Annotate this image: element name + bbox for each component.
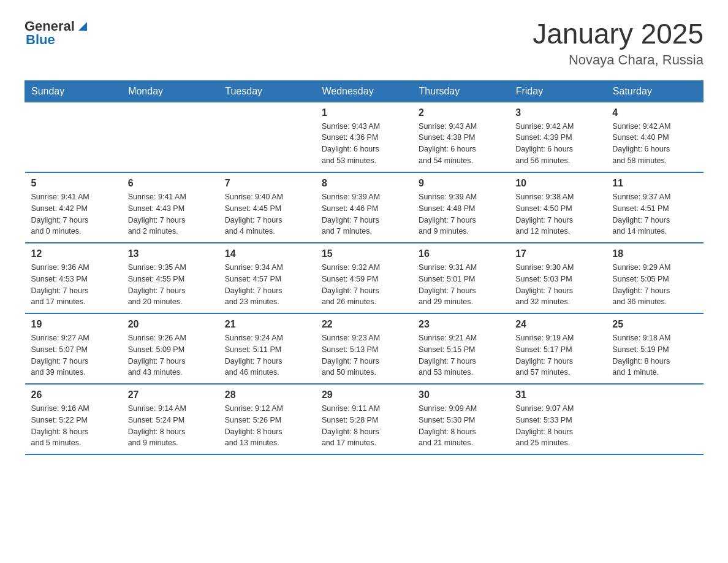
calendar-day-15: 15Sunrise: 9:32 AMSunset: 4:59 PMDayligh… [316,243,412,313]
calendar-week-row: 1Sunrise: 9:43 AMSunset: 4:36 PMDaylight… [25,102,703,172]
day-info: Sunrise: 9:14 AMSunset: 5:24 PMDaylight:… [128,403,213,449]
calendar-day-25: 25Sunrise: 9:18 AMSunset: 5:19 PMDayligh… [606,313,703,384]
day-info: Sunrise: 9:16 AMSunset: 5:22 PMDaylight:… [31,403,116,449]
day-info: Sunrise: 9:30 AMSunset: 5:03 PMDaylight:… [515,262,600,308]
calendar-day-28: 28Sunrise: 9:12 AMSunset: 5:26 PMDayligh… [219,384,316,454]
day-info: Sunrise: 9:39 AMSunset: 4:46 PMDaylight:… [322,191,406,237]
calendar-day-13: 13Sunrise: 9:35 AMSunset: 4:55 PMDayligh… [122,243,219,313]
day-number: 28 [225,389,309,400]
day-number: 14 [225,248,309,259]
calendar-week-row: 26Sunrise: 9:16 AMSunset: 5:22 PMDayligh… [25,384,703,454]
weekday-header-saturday: Saturday [606,80,703,102]
location-subtitle: Novaya Chara, Russia [533,52,703,68]
calendar-day-31: 31Sunrise: 9:07 AMSunset: 5:33 PMDayligh… [509,384,606,454]
logo-triangle-icon [76,20,89,33]
calendar-week-row: 12Sunrise: 9:36 AMSunset: 4:53 PMDayligh… [25,243,703,313]
day-number: 3 [515,107,600,118]
calendar-day-7: 7Sunrise: 9:40 AMSunset: 4:45 PMDaylight… [219,172,316,243]
calendar-empty-cell [219,102,316,172]
calendar-day-29: 29Sunrise: 9:11 AMSunset: 5:28 PMDayligh… [316,384,412,454]
calendar-day-27: 27Sunrise: 9:14 AMSunset: 5:24 PMDayligh… [122,384,219,454]
day-info: Sunrise: 9:42 AMSunset: 4:39 PMDaylight:… [515,121,600,167]
day-number: 26 [31,389,116,400]
day-info: Sunrise: 9:39 AMSunset: 4:48 PMDaylight:… [419,191,503,237]
day-info: Sunrise: 9:31 AMSunset: 5:01 PMDaylight:… [419,262,503,308]
day-number: 21 [225,319,309,330]
day-info: Sunrise: 9:32 AMSunset: 4:59 PMDaylight:… [322,262,406,308]
day-info: Sunrise: 9:12 AMSunset: 5:26 PMDaylight:… [225,403,309,449]
calendar-day-26: 26Sunrise: 9:16 AMSunset: 5:22 PMDayligh… [25,384,122,454]
day-number: 16 [419,248,503,259]
svg-marker-0 [78,22,87,31]
day-number: 9 [419,178,503,189]
weekday-header-tuesday: Tuesday [219,80,316,102]
calendar-day-10: 10Sunrise: 9:38 AMSunset: 4:50 PMDayligh… [509,172,606,243]
month-year-title: January 2025 [533,18,703,50]
weekday-header-wednesday: Wednesday [316,80,412,102]
day-number: 12 [31,248,116,259]
day-number: 4 [612,107,697,118]
day-info: Sunrise: 9:36 AMSunset: 4:53 PMDaylight:… [31,262,116,308]
calendar-day-21: 21Sunrise: 9:24 AMSunset: 5:11 PMDayligh… [219,313,316,384]
day-info: Sunrise: 9:41 AMSunset: 4:42 PMDaylight:… [31,191,116,237]
calendar-day-23: 23Sunrise: 9:21 AMSunset: 5:15 PMDayligh… [412,313,509,384]
calendar-day-30: 30Sunrise: 9:09 AMSunset: 5:30 PMDayligh… [412,384,509,454]
calendar-empty-cell [122,102,219,172]
logo-blue-text: Blue [26,32,55,48]
weekday-header-monday: Monday [122,80,219,102]
day-number: 17 [515,248,600,259]
day-number: 5 [31,178,116,189]
calendar-empty-cell [606,384,703,454]
calendar-day-16: 16Sunrise: 9:31 AMSunset: 5:01 PMDayligh… [412,243,509,313]
day-info: Sunrise: 9:37 AMSunset: 4:51 PMDaylight:… [612,191,697,237]
calendar-week-row: 19Sunrise: 9:27 AMSunset: 5:07 PMDayligh… [25,313,703,384]
day-number: 10 [515,178,600,189]
calendar-day-8: 8Sunrise: 9:39 AMSunset: 4:46 PMDaylight… [316,172,412,243]
calendar-day-12: 12Sunrise: 9:36 AMSunset: 4:53 PMDayligh… [25,243,122,313]
weekday-header-row: SundayMondayTuesdayWednesdayThursdayFrid… [25,80,703,102]
day-number: 29 [322,389,406,400]
day-number: 1 [322,107,406,118]
day-number: 2 [419,107,503,118]
day-info: Sunrise: 9:29 AMSunset: 5:05 PMDaylight:… [612,262,697,308]
logo: General Blue [25,18,89,48]
day-info: Sunrise: 9:43 AMSunset: 4:36 PMDaylight:… [322,121,406,167]
weekday-header-thursday: Thursday [412,80,509,102]
day-number: 27 [128,389,213,400]
calendar-week-row: 5Sunrise: 9:41 AMSunset: 4:42 PMDaylight… [25,172,703,243]
calendar-day-1: 1Sunrise: 9:43 AMSunset: 4:36 PMDaylight… [316,102,412,172]
day-number: 6 [128,178,213,189]
day-info: Sunrise: 9:11 AMSunset: 5:28 PMDaylight:… [322,403,406,449]
calendar-day-14: 14Sunrise: 9:34 AMSunset: 4:57 PMDayligh… [219,243,316,313]
calendar-day-3: 3Sunrise: 9:42 AMSunset: 4:39 PMDaylight… [509,102,606,172]
day-number: 25 [612,319,697,330]
calendar-day-24: 24Sunrise: 9:19 AMSunset: 5:17 PMDayligh… [509,313,606,384]
day-number: 24 [515,319,600,330]
calendar-day-5: 5Sunrise: 9:41 AMSunset: 4:42 PMDaylight… [25,172,122,243]
day-number: 23 [419,319,503,330]
day-number: 30 [419,389,503,400]
day-info: Sunrise: 9:26 AMSunset: 5:09 PMDaylight:… [128,332,213,378]
day-number: 19 [31,319,116,330]
calendar-day-11: 11Sunrise: 9:37 AMSunset: 4:51 PMDayligh… [606,172,703,243]
day-info: Sunrise: 9:09 AMSunset: 5:30 PMDaylight:… [419,403,503,449]
calendar-day-18: 18Sunrise: 9:29 AMSunset: 5:05 PMDayligh… [606,243,703,313]
day-number: 7 [225,178,309,189]
day-number: 15 [322,248,406,259]
calendar-day-22: 22Sunrise: 9:23 AMSunset: 5:13 PMDayligh… [316,313,412,384]
day-info: Sunrise: 9:41 AMSunset: 4:43 PMDaylight:… [128,191,213,237]
calendar-day-19: 19Sunrise: 9:27 AMSunset: 5:07 PMDayligh… [25,313,122,384]
calendar-day-2: 2Sunrise: 9:43 AMSunset: 4:38 PMDaylight… [412,102,509,172]
day-info: Sunrise: 9:38 AMSunset: 4:50 PMDaylight:… [515,191,600,237]
day-number: 13 [128,248,213,259]
day-info: Sunrise: 9:43 AMSunset: 4:38 PMDaylight:… [419,121,503,167]
day-number: 11 [612,178,697,189]
day-info: Sunrise: 9:35 AMSunset: 4:55 PMDaylight:… [128,262,213,308]
weekday-header-friday: Friday [509,80,606,102]
title-block: January 2025 Novaya Chara, Russia [533,18,703,68]
calendar-day-4: 4Sunrise: 9:42 AMSunset: 4:40 PMDaylight… [606,102,703,172]
day-info: Sunrise: 9:07 AMSunset: 5:33 PMDaylight:… [515,403,600,449]
calendar-empty-cell [25,102,122,172]
day-info: Sunrise: 9:19 AMSunset: 5:17 PMDaylight:… [515,332,600,378]
day-info: Sunrise: 9:40 AMSunset: 4:45 PMDaylight:… [225,191,309,237]
